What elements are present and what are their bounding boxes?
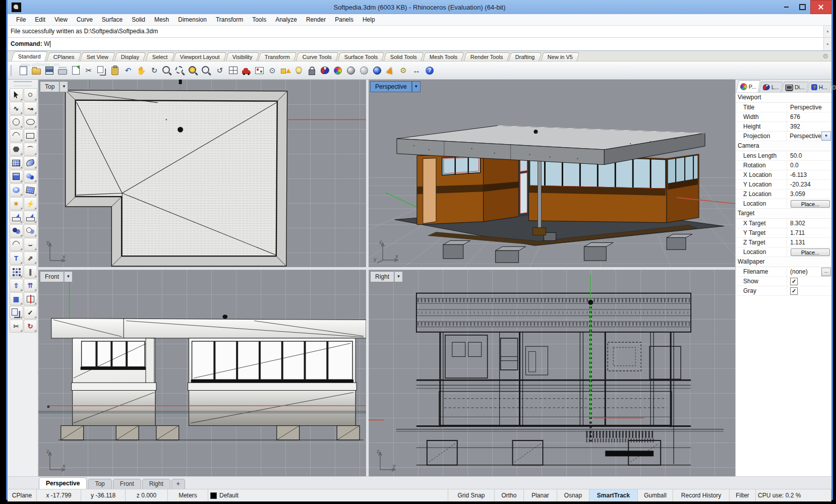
undo-button[interactable]: ↶	[122, 64, 135, 77]
menu-tools[interactable]: Tools	[248, 16, 271, 23]
plan-map-button[interactable]	[253, 64, 266, 77]
lightbulb-button[interactable]	[292, 64, 305, 77]
print-button[interactable]	[56, 64, 69, 77]
viewport-tab-top[interactable]: Top	[88, 479, 111, 489]
command-input[interactable]: Command: W ▲▼	[8, 38, 831, 50]
handle-curve-tool[interactable]: ⌒	[24, 143, 37, 156]
menu-panels[interactable]: Panels	[330, 16, 358, 23]
palette-grip[interactable]	[14, 81, 32, 86]
open-file-button[interactable]	[30, 64, 43, 77]
toolbar-tab-set-view[interactable]: Set View	[80, 52, 115, 61]
text-tool[interactable]: T	[10, 251, 23, 265]
viewport-top[interactable]: Top ▼ y x	[38, 80, 366, 267]
camera-place-button[interactable]: Place...	[791, 200, 830, 208]
fillet-curves-tool[interactable]	[10, 238, 23, 251]
polygon-tool[interactable]	[10, 143, 23, 156]
chevron-down-icon[interactable]: ▼	[821, 132, 831, 141]
gray-checkbox[interactable]: ✓	[790, 287, 798, 295]
maximize-button[interactable]	[794, 0, 810, 14]
fillet-edge-tool[interactable]	[10, 211, 23, 224]
rotate-tool[interactable]: ↻	[24, 320, 37, 333]
surface-from-points-tool[interactable]	[10, 156, 23, 169]
gear-icon[interactable]: ⚙	[831, 84, 836, 92]
tab-help[interactable]: ?H...	[807, 82, 832, 92]
render-button[interactable]	[318, 64, 331, 77]
check-tool[interactable]: ✓	[24, 306, 37, 319]
menu-mesh[interactable]: Mesh	[150, 16, 173, 23]
boolean-union-tool[interactable]	[10, 224, 23, 237]
join-tool[interactable]: ✶	[10, 197, 23, 210]
toolbar-tab-mesh-tools[interactable]: Mesh Tools	[423, 52, 464, 61]
zoom-window-button[interactable]	[174, 64, 187, 77]
viewport-title-front[interactable]: Front ▼	[40, 271, 73, 282]
history-scrollbar[interactable]: ▲▼	[823, 26, 831, 37]
status-record-history[interactable]: Record History	[673, 489, 730, 501]
menu-view[interactable]: View	[50, 16, 72, 23]
chevron-down-icon[interactable]: ▼	[59, 81, 68, 92]
viewport-right[interactable]: Right ▼ z y	[369, 270, 735, 476]
toolbar-tab-render-tools[interactable]: Render Tools	[463, 52, 509, 61]
menu-solid[interactable]: Solid	[127, 16, 150, 23]
torus-tool[interactable]	[10, 183, 23, 197]
tab-layers[interactable]: L...	[759, 82, 784, 92]
menu-help[interactable]: Help	[358, 16, 380, 23]
zoom-extents-button[interactable]	[200, 64, 213, 77]
toolbar-tab-standard[interactable]: Standard	[11, 51, 47, 61]
status-grid-snap[interactable]: Grid Snap	[448, 489, 495, 501]
viewport-tab-front[interactable]: Front	[113, 479, 141, 489]
menu-edit[interactable]: Edit	[30, 16, 50, 23]
point-tool[interactable]	[24, 88, 37, 101]
status-cplane[interactable]: CPlane	[8, 489, 37, 501]
offset-surface-tool[interactable]	[10, 306, 23, 319]
align-tool[interactable]: ∥	[24, 265, 37, 278]
viewport-title-label[interactable]: Front	[40, 271, 64, 282]
status-filter[interactable]: Filter	[730, 489, 756, 501]
toolbar-tab-new-in-v5[interactable]: New in V5	[541, 52, 580, 61]
blend-curves-tool[interactable]: ⌣	[24, 238, 37, 251]
array-tool[interactable]	[10, 265, 23, 278]
menu-transform[interactable]: Transform	[211, 16, 248, 23]
chevron-down-icon[interactable]: ▼	[64, 271, 73, 282]
status-osnap[interactable]: Osnap	[557, 489, 589, 501]
tab-properties[interactable]: P...	[736, 80, 760, 92]
interpolate-curve-tool[interactable]: ↝	[24, 102, 37, 115]
rotate-view-button[interactable]: ↻	[148, 64, 161, 77]
ellipse-tool[interactable]	[24, 115, 37, 129]
viewport-title-right[interactable]: Right ▼	[370, 271, 403, 282]
minimize-button[interactable]	[778, 0, 794, 14]
new-viewport-tab[interactable]: +	[171, 479, 185, 489]
projection-value[interactable]: Perspective	[790, 132, 821, 141]
osnap-shapes-button[interactable]	[279, 64, 292, 77]
toolbar-tab-transform[interactable]: Transform	[258, 52, 297, 61]
trim-tool[interactable]: ✂	[10, 320, 23, 333]
lock-button[interactable]	[305, 64, 318, 77]
copy-button[interactable]	[95, 64, 108, 77]
show-checkbox[interactable]: ✓	[790, 278, 798, 285]
menu-curve[interactable]: Curve	[72, 16, 97, 23]
rectangle-tool[interactable]	[24, 129, 37, 142]
toolbar-tab-drafting[interactable]: Drafting	[509, 52, 542, 61]
viewport-front[interactable]: Front ▼ z x	[38, 270, 366, 476]
viewport-perspective[interactable]: Perspective ▼ z x y	[369, 80, 735, 267]
status-ortho[interactable]: Ortho	[495, 489, 524, 501]
cut-button[interactable]: ✂	[82, 64, 95, 77]
save-button[interactable]	[43, 64, 56, 77]
toolbar-tab-solid-tools[interactable]: Solid Tools	[384, 52, 424, 61]
browse-button[interactable]: ...	[821, 268, 831, 276]
options-gears-button[interactable]: ⚙	[397, 64, 410, 77]
target-place-button[interactable]: Place...	[791, 248, 830, 256]
close-button[interactable]	[810, 0, 831, 14]
command-scrollbar[interactable]: ▲▼	[823, 38, 831, 50]
menu-render[interactable]: Render	[302, 16, 330, 23]
tab-display[interactable]: Di...	[782, 82, 809, 92]
pan-button[interactable]: ✋	[135, 64, 148, 77]
toolbar-tab-surface-tools[interactable]: Surface Tools	[338, 52, 385, 61]
menu-analyze[interactable]: Analyze	[271, 16, 302, 23]
export-button[interactable]	[69, 64, 82, 77]
control-point-curve-tool[interactable]: ∿	[10, 102, 23, 115]
menu-surface[interactable]: Surface	[97, 16, 127, 23]
color-wheel-button[interactable]	[331, 64, 344, 77]
sphere-tool[interactable]	[24, 170, 37, 183]
chevron-down-icon[interactable]: ▼	[412, 81, 421, 92]
toolbar-tab-visibility[interactable]: Visibility	[225, 52, 259, 61]
